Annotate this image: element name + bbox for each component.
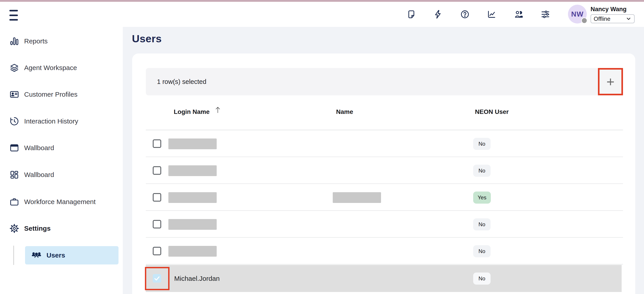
top-accent-line (0, 0, 644, 2)
sidebar-item-label: Settings (24, 225, 50, 232)
hamburger-menu-icon[interactable] (10, 10, 18, 21)
add-user-button[interactable]: + (598, 68, 623, 95)
row-checkbox[interactable] (153, 139, 161, 148)
row-checkbox[interactable] (153, 220, 161, 228)
neon-user-badge: No (473, 272, 490, 284)
table-row[interactable]: No (146, 238, 623, 264)
hamburger-bar (10, 15, 18, 16)
status-select[interactable]: Offline (590, 14, 634, 23)
column-header-login-name[interactable]: Login Name (174, 108, 210, 115)
table-row[interactable]: No (146, 211, 623, 238)
redacted-login-name (168, 192, 217, 203)
id-card-icon (10, 90, 19, 99)
table-row[interactable]: Yes (146, 184, 623, 211)
people-icon[interactable] (514, 10, 524, 19)
neon-user-badge: No (473, 218, 490, 230)
table-body: NoNoYesNoNoMichael.JordanNo (146, 130, 623, 292)
sidebar-item-customer-profiles[interactable]: Customer Profiles (0, 85, 123, 104)
page-title: Users (132, 33, 162, 45)
sidebar-item-label: Users (46, 251, 65, 259)
user-name: Nancy Wang (590, 6, 626, 13)
sliders-icon[interactable] (540, 10, 550, 19)
redacted-login-name (168, 165, 217, 176)
topbar-icon-nav (406, 2, 567, 27)
analytics-icon[interactable] (487, 10, 497, 19)
avatar-initials: NW (571, 10, 584, 18)
column-header-neon-user[interactable]: NEON User (475, 108, 509, 115)
sidebar-item-wallboard[interactable]: Wallboard (0, 139, 123, 157)
sidebar-item-users[interactable]: Users (25, 246, 118, 264)
rows-selected-text: 1 row(s) selected (157, 68, 206, 95)
chevron-down-icon (626, 16, 632, 22)
neon-user-badge: No (473, 245, 490, 257)
table-row[interactable]: No (146, 130, 623, 157)
redacted-name (333, 192, 381, 203)
sidebar-item-reports[interactable]: Reports (0, 32, 123, 51)
redacted-login-name (168, 139, 217, 149)
presence-dot (581, 18, 588, 24)
sidebar-item-label: Wallboard (24, 171, 54, 179)
sidebar-item-agent-workspace[interactable]: Agent Workspace (0, 58, 123, 77)
row-checkbox[interactable] (153, 193, 161, 202)
plus-icon: + (606, 75, 614, 89)
table-toolbar: 1 row(s) selected + (146, 68, 623, 95)
neon-user-badge: No (473, 138, 490, 150)
sort-ascending-icon[interactable] (215, 106, 221, 114)
sidebar-item-label: Interaction History (24, 117, 78, 125)
redacted-login-name (168, 219, 217, 230)
hamburger-bar (10, 10, 18, 12)
row-checkbox[interactable] (153, 166, 161, 175)
row-checkbox[interactable] (153, 274, 161, 282)
sidebar-item-label: Agent Workspace (24, 64, 77, 72)
sidebar-item-label: Customer Profiles (24, 91, 77, 98)
history-icon (10, 116, 19, 126)
sidebar-indent-line (13, 246, 14, 265)
table-row[interactable]: No (146, 157, 623, 184)
table-header: Login Name Name NEON User (146, 95, 623, 130)
hamburger-bar (10, 19, 18, 21)
window-icon (10, 143, 19, 153)
neon-user-badge: No (473, 165, 490, 177)
redacted-login-name (168, 246, 217, 257)
sidebar-item-label: Workforce Management (24, 198, 96, 206)
lightning-icon[interactable] (433, 10, 443, 19)
sidebar-item-wallboard[interactable]: Wallboard (0, 165, 123, 184)
note-icon[interactable] (406, 10, 416, 19)
table-row[interactable]: Michael.JordanNo (146, 265, 622, 292)
sidebar-item-label: Reports (24, 37, 48, 45)
sidebar: Users ReportsAgent WorkspaceCustomer Pro… (0, 27, 123, 294)
sidebar-item-settings[interactable]: Settings (0, 219, 123, 238)
layers-icon (10, 63, 19, 73)
neon-user-badge: Yes (473, 191, 491, 204)
users-card: 1 row(s) selected + Login Name Name NEON… (132, 54, 635, 294)
dashboard-icon (10, 170, 19, 180)
users-table: Login Name Name NEON User NoNoYesNoNoMic… (146, 95, 623, 292)
sidebar-item-interaction-history[interactable]: Interaction History (0, 112, 123, 131)
sidebar-item-workforce-management[interactable]: Workforce Management (0, 192, 123, 211)
row-checkbox[interactable] (153, 247, 161, 255)
help-icon[interactable] (460, 10, 470, 19)
sidebar-item-label: Wallboard (24, 144, 54, 152)
avatar[interactable]: NW (568, 5, 587, 24)
column-header-name[interactable]: Name (336, 108, 353, 115)
gear-icon (10, 223, 19, 233)
bar-chart-icon (10, 36, 19, 46)
status-select-value: Offline (594, 16, 610, 22)
briefcase-icon (10, 197, 19, 207)
login-name-cell: Michael.Jordan (174, 265, 220, 292)
topbar: NW Nancy Wang Offline (0, 2, 644, 27)
users-group-icon (31, 250, 42, 260)
